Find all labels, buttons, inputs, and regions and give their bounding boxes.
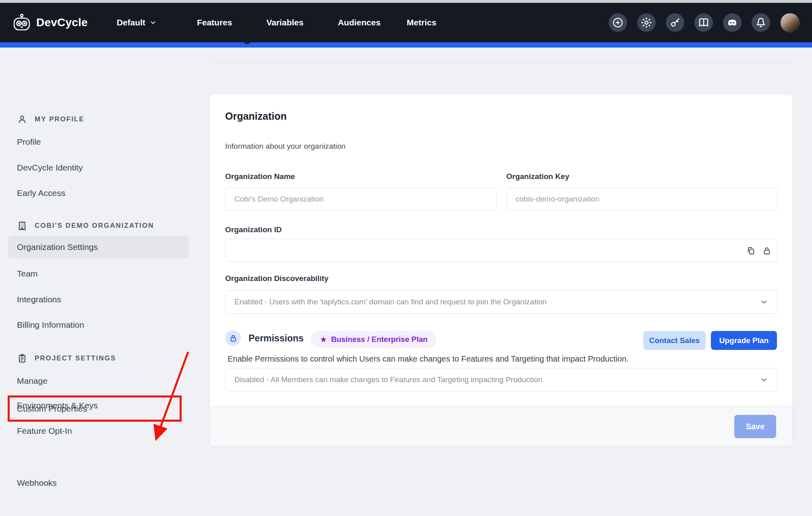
- permissions-lock-badge: [225, 330, 241, 346]
- sidebar-item-feature-opt-in[interactable]: Feature Opt-In: [17, 425, 72, 437]
- user-icon: [17, 114, 27, 125]
- nav-item-audiences[interactable]: Audiences: [338, 18, 381, 27]
- sidebar-item-profile[interactable]: Profile: [17, 136, 41, 148]
- section-header-label: PROJECT SETTINGS: [35, 354, 116, 362]
- card-subtitle: Information about your organization: [225, 142, 346, 151]
- plus-circle-icon: [612, 17, 624, 29]
- discoverability-label: Organization Discoverability: [225, 274, 329, 283]
- user-avatar[interactable]: [780, 13, 800, 33]
- permissions-description: Enable Permissions to control which User…: [228, 354, 629, 364]
- sidebar-section-my-profile: MY PROFILE: [17, 114, 85, 125]
- permissions-select[interactable]: Disabled - All Members can make changes …: [225, 368, 778, 391]
- nav-item-features[interactable]: Features: [197, 18, 232, 27]
- accent-strip: [0, 42, 812, 48]
- sidebar-item-devcycle-identity[interactable]: DevCycle Identity: [17, 162, 83, 174]
- card-footer: Save: [210, 406, 792, 446]
- docs-button[interactable]: [694, 13, 713, 32]
- org-name-label: Organization Name: [225, 172, 295, 181]
- sidebar-item-billing-information[interactable]: Billing Information: [17, 319, 84, 331]
- nav-item-metrics[interactable]: Metrics: [407, 18, 437, 27]
- org-id-input[interactable]: [225, 239, 778, 262]
- gear-icon: [640, 17, 652, 29]
- project-selector[interactable]: Default: [117, 18, 157, 27]
- org-id-actions: [746, 246, 772, 256]
- chevron-down-icon: [149, 19, 157, 26]
- discord-icon: [726, 17, 738, 29]
- section-header-label: COBI'S DEMO ORGANIZATION: [35, 222, 154, 230]
- sidebar-section-organization: COBI'S DEMO ORGANIZATION: [17, 221, 154, 231]
- plan-badge[interactable]: ★ Business / Enterprise Plan: [311, 331, 437, 348]
- contact-sales-button[interactable]: Contact Sales: [643, 331, 706, 350]
- app-window: DevCycle Default Features Variables Audi…: [0, 0, 812, 516]
- nav-item-variables[interactable]: Variables: [266, 18, 303, 27]
- annotation-highlight-box: Custom Properties: [8, 395, 182, 422]
- devcycle-logo[interactable]: DevCycle: [12, 13, 88, 32]
- brand-name: DevCycle: [36, 16, 88, 29]
- discoverability-value: Enabled - Users with the 'taplytics.com'…: [234, 298, 547, 306]
- sidebar-item-organization-settings[interactable]: Organization Settings: [8, 235, 189, 258]
- add-button[interactable]: [609, 13, 627, 32]
- nav-links: Default Features Variables Audiences Met…: [88, 18, 437, 27]
- clipboard-icon: [17, 353, 27, 364]
- sidebar-item-manage[interactable]: Manage: [17, 375, 48, 387]
- sidebar-item-webhooks[interactable]: Webhooks: [17, 477, 57, 489]
- upgrade-plan-button[interactable]: Upgrade Plan: [711, 331, 777, 350]
- top-navbar: DevCycle Default Features Variables Audi…: [0, 3, 812, 42]
- chevron-down-icon: [760, 298, 768, 306]
- sidebar-section-project-settings: PROJECT SETTINGS: [17, 353, 116, 364]
- discord-button[interactable]: [723, 13, 742, 32]
- org-key-input[interactable]: [506, 187, 778, 211]
- lock-icon[interactable]: [762, 246, 772, 256]
- building-icon: [17, 221, 27, 231]
- settings-button[interactable]: [637, 13, 656, 32]
- bell-icon: [755, 17, 767, 29]
- chevron-down-icon: [760, 375, 768, 384]
- star-icon: ★: [320, 335, 327, 344]
- copy-icon[interactable]: [746, 246, 756, 256]
- section-header-label: MY PROFILE: [35, 115, 85, 123]
- open-book-icon: [698, 17, 710, 29]
- org-key-label: Organization Key: [506, 172, 569, 181]
- org-name-input[interactable]: [225, 187, 497, 211]
- key-icon: [669, 17, 681, 29]
- permissions-value: Disabled - All Members can make changes …: [234, 375, 542, 384]
- permissions-title: Permissions: [249, 333, 304, 344]
- notifications-button[interactable]: [752, 13, 770, 32]
- sidebar-item-integrations[interactable]: Integrations: [17, 293, 61, 306]
- window-top-edge: [0, 0, 812, 3]
- save-button[interactable]: Save: [734, 415, 776, 438]
- navbar-actions: [609, 13, 800, 33]
- discoverability-select[interactable]: Enabled - Users with the 'taplytics.com'…: [225, 290, 778, 314]
- title-divider: [210, 62, 793, 62]
- plan-badge-label: Business / Enterprise Plan: [331, 335, 428, 344]
- org-id-label: Organization ID: [225, 225, 282, 234]
- page-title: Settings: [210, 31, 258, 44]
- lock-icon: [228, 333, 238, 343]
- organization-card: Organization Information about your orga…: [209, 94, 793, 446]
- card-title: Organization: [225, 110, 287, 122]
- sidebar-item-team[interactable]: Team: [17, 268, 37, 280]
- robot-logo-icon: [12, 13, 31, 32]
- settings-sidebar: MY PROFILE Profile DevCycle Identity Ear…: [0, 48, 189, 516]
- sidebar-item-early-access[interactable]: Early Access: [17, 187, 65, 199]
- api-keys-button[interactable]: [666, 13, 684, 32]
- sidebar-item-custom-properties[interactable]: Custom Properties: [17, 403, 87, 415]
